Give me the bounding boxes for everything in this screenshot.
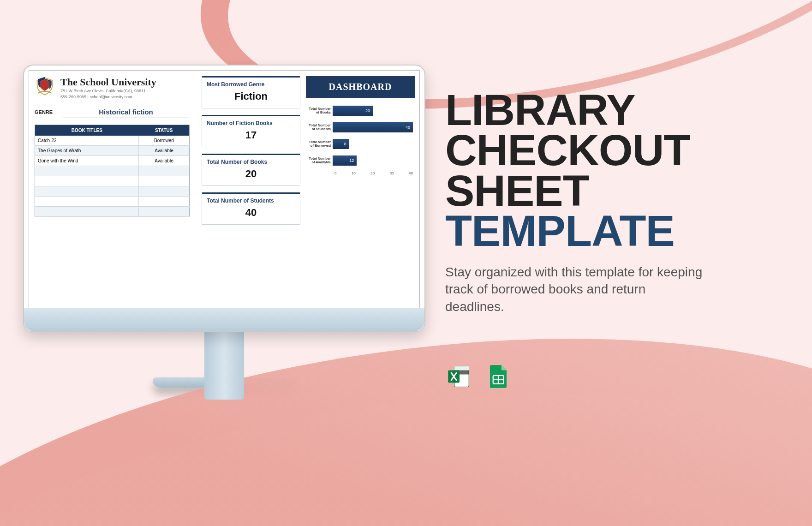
school-address: 751 W Birch Ave Clovis, California(CA), …: [60, 88, 156, 94]
chart-bar-label: Total Number of Borrowed: [306, 140, 333, 148]
imac-stand-neck: [204, 330, 244, 400]
stat-block: Total Number of Books20: [202, 154, 300, 186]
chart-bar-value: 12: [349, 158, 354, 163]
col-book-titles: BOOK TITLES: [35, 125, 139, 136]
stat-block: Number of Fiction Books17: [202, 115, 300, 147]
table-row: [35, 166, 190, 176]
table-row: [35, 176, 190, 186]
dashboard-title: DASHBOARD: [306, 76, 415, 98]
chart-bar-row: Total Number of Available12: [306, 153, 413, 168]
stat-block: Most Borrowed GenreFiction: [202, 76, 300, 108]
imac-bezel: The School University 751 W Birch Ave Cl…: [23, 65, 425, 332]
chart-bar-track: 8: [333, 139, 413, 149]
cell-title: [35, 207, 139, 217]
cell-title: [35, 166, 139, 176]
stat-value: 20: [202, 168, 300, 185]
stat-value: 40: [202, 207, 300, 224]
school-logo-icon: [35, 76, 55, 96]
table-row: Catch-22Borrowed: [35, 136, 190, 146]
chart-bar-label: Total Number of Available: [306, 157, 333, 165]
chart-tick: 0: [334, 171, 336, 175]
chart-bar-track: 12: [333, 155, 413, 166]
chart-bar-value: 20: [365, 108, 370, 113]
svg-rect-1: [454, 366, 469, 371]
app-icons-row: [445, 362, 513, 391]
chart-bar-row: Total Number of Students40: [306, 120, 413, 135]
stat-block: Total Number of Students40: [202, 192, 300, 225]
stat-label: Number of Fiction Books: [202, 116, 300, 129]
school-contact: 559-299-5965 | school@university.com: [60, 94, 156, 100]
chart-bar-value: 40: [406, 125, 410, 130]
cell-title: [35, 197, 139, 207]
cell-title: Catch-22: [35, 136, 139, 146]
dashboard-chart: Total Number of Books20Total Number of S…: [306, 98, 415, 177]
cell-status: [139, 197, 190, 207]
stat-label: Most Borrowed Genre: [202, 78, 300, 90]
excel-icon: [445, 362, 474, 391]
cell-status: Available: [139, 146, 190, 156]
cell-status: [139, 176, 190, 186]
chart-tick: 40: [409, 171, 413, 175]
imac-mockup: The School University 751 W Birch Ave Cl…: [23, 65, 425, 388]
headline-line-4: TEMPLATE: [445, 206, 675, 255]
imac-chin: [24, 308, 424, 331]
chart-bar-row: Total Number of Books20: [306, 103, 413, 118]
cell-status: [139, 186, 190, 197]
table-row: The Grapes of WrathAvailable: [35, 146, 190, 156]
template-screen: The School University 751 W Birch Ave Cl…: [29, 70, 420, 310]
table-row: [35, 186, 190, 197]
chart-x-axis: 010203040: [334, 170, 413, 175]
chart-bar-track: 20: [333, 106, 413, 116]
table-row: [35, 197, 190, 207]
headline-block: LIBRARY CHECKOUT SHEET TEMPLATE Stay org…: [445, 90, 731, 316]
table-row: [35, 207, 190, 217]
genre-selected[interactable]: Historical fiction: [63, 106, 189, 118]
chart-tick: 30: [390, 171, 394, 175]
chart-bar: [333, 122, 413, 132]
school-text: The School University 751 W Birch Ave Cl…: [60, 76, 156, 100]
stat-value: Fiction: [202, 90, 300, 108]
chart-tick: 20: [370, 171, 375, 175]
stats-column: Most Borrowed GenreFictionNumber of Fict…: [202, 76, 300, 231]
cell-title: [35, 176, 139, 186]
sub-copy: Stay organized with this template for ke…: [445, 263, 704, 316]
table-row: Gone with the WindAvailable: [35, 156, 190, 166]
google-sheets-icon: [484, 362, 513, 391]
page-title: LIBRARY CHECKOUT SHEET TEMPLATE: [445, 90, 731, 251]
chart-bar-label: Total Number of Books: [306, 107, 333, 115]
col-status: STATUS: [139, 125, 190, 136]
genre-label: GENRE: [35, 109, 57, 115]
chart-bar-row: Total Number of Borrowed8: [306, 137, 413, 151]
cell-status: Available: [139, 156, 190, 166]
chart-bar-track: 40: [333, 122, 413, 132]
cell-title: [35, 186, 139, 197]
cell-title: The Grapes of Wrath: [35, 146, 139, 156]
stat-label: Total Number of Students: [202, 194, 300, 207]
cell-title: Gone with the Wind: [35, 156, 139, 166]
stat-value: 17: [202, 129, 300, 147]
cell-status: [139, 166, 190, 176]
school-name: The School University: [60, 76, 156, 88]
chart-bar-value: 8: [344, 142, 346, 146]
chart-bar-label: Total Number of Students: [306, 124, 333, 132]
stat-label: Total Number of Books: [202, 155, 300, 168]
dashboard-column: DASHBOARD Total Number of Books20Total N…: [306, 76, 415, 177]
cell-status: [139, 207, 190, 217]
book-table: BOOK TITLES STATUS Catch-22BorrowedThe G…: [35, 125, 190, 217]
cell-status: Borrowed: [139, 136, 190, 146]
chart-tick: 10: [352, 171, 356, 175]
